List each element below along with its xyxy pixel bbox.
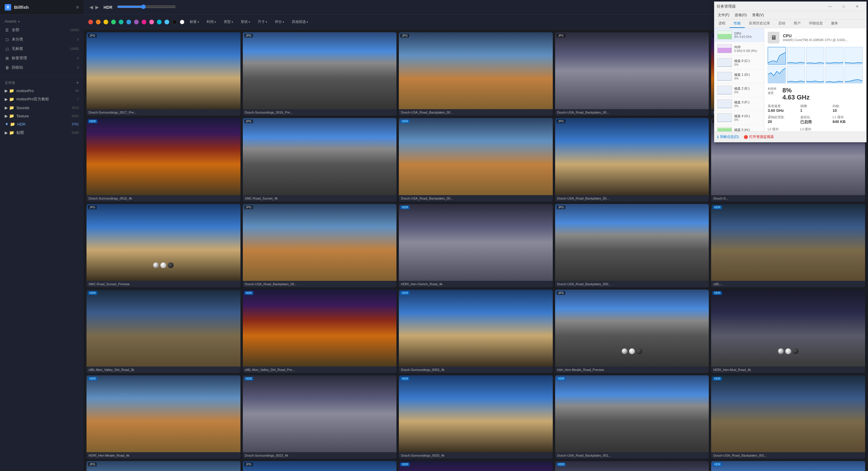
- grid-item[interactable]: HDRDosch-Surroundings_0016_4k: [87, 118, 241, 201]
- grid-item[interactable]: JPGDosch-USA_Road_Backplates_000...: [555, 204, 709, 287]
- grid-item[interactable]: JPGDosch-USA_Road_Backplates_00...: [399, 32, 553, 116]
- sidebar-item-all[interactable]: ☰ 全部 13455: [0, 25, 84, 35]
- sidebar-item-untagged[interactable]: ◻ 无标签 13455: [0, 44, 84, 53]
- color-filter-pink[interactable]: [142, 20, 146, 24]
- tm-titlebar: 任务管理器 — □ ✕: [714, 2, 866, 11]
- grid-item[interactable]: JPGDosch-USA_Road_Backplates_001...: [243, 461, 397, 471]
- color-filter-green[interactable]: [111, 20, 116, 24]
- tm-resource-disk1[interactable]: 磁盘 1 (D:) 0%: [714, 69, 764, 83]
- tm-menu-view[interactable]: 查看(V): [750, 12, 766, 19]
- cpu-charts-grid: [768, 47, 863, 83]
- sidebar-folder-motionpro-tutorial[interactable]: ▶ 📁 motionPro官方教程 7: [0, 95, 84, 104]
- grid-item[interactable]: JPGDosch-Surroundings_0017_Pre...: [87, 32, 241, 116]
- add-folder-button[interactable]: +: [76, 80, 79, 85]
- filter-rating-button[interactable]: 评分 ▾: [272, 18, 286, 26]
- grid-item[interactable]: HDRDosch-USA_Road_Backplates_00...: [399, 118, 553, 201]
- sidebar-item-trash[interactable]: 🗑 回收站 0: [0, 63, 84, 72]
- tm-tab-app-history[interactable]: 应用历史记录: [745, 19, 774, 28]
- filter-time-button[interactable]: 时间 ▾: [205, 18, 218, 26]
- filter-size-button[interactable]: 尺寸 ▾: [255, 18, 270, 26]
- virt-label: 虚拟化:: [800, 115, 831, 119]
- filter-other-button[interactable]: 其他筛选 ▾: [289, 18, 311, 26]
- tm-resource-disk3[interactable]: 磁盘 3 (F:) 0%: [714, 97, 764, 111]
- color-filter-white[interactable]: [180, 20, 184, 24]
- sidebar-folder-texture[interactable]: ▶ 📁 Texture 9181: [0, 112, 84, 120]
- grid-item[interactable]: JPGSMC-Road_Sunset_4k: [243, 118, 397, 201]
- minimize-button[interactable]: —: [824, 2, 837, 11]
- color-filter-red[interactable]: [88, 20, 93, 24]
- expand-icon: ▾: [18, 20, 20, 23]
- grid-item[interactable]: JPGDosch-USA_Road_Backplates_00...: [555, 32, 709, 116]
- forward-button[interactable]: ▶: [95, 4, 99, 10]
- usage-label: 利用率: [768, 87, 776, 91]
- grid-item[interactable]: HDRsIBL-Mon_Valley_Dirt_Road_Pre...: [243, 290, 397, 373]
- color-filter-black[interactable]: [172, 20, 177, 24]
- grid-item[interactable]: HDRDosch-USA_Road_Backplates_001...: [711, 375, 865, 459]
- grid-item[interactable]: JPGDosch-USA_Road_Backplates_00...: [243, 204, 397, 287]
- close-button[interactable]: ✕: [850, 2, 864, 11]
- grid-item[interactable]: JPGDosch-Surroundings_0016_Pre...: [243, 32, 397, 116]
- folder-label: Sounds: [17, 106, 69, 110]
- color-filter-purple[interactable]: [134, 20, 139, 24]
- grid-item[interactable]: JPGsIBL-Ridgecrest_Road_Preview: [87, 461, 241, 471]
- grid-item[interactable]: JPGDosch-USA_Road_Backplates_00...: [555, 118, 709, 201]
- tm-tab-services[interactable]: 服务: [827, 19, 842, 28]
- maximize-button[interactable]: □: [837, 2, 850, 11]
- tm-tab-users[interactable]: 用户: [789, 19, 805, 28]
- grid-item[interactable]: HDRHdri_Hen-Ostrich_Road_Preview: [399, 461, 553, 471]
- asserts-section-title[interactable]: Asserts ▾: [0, 18, 84, 25]
- open-resource-monitor-button[interactable]: 🔴 打开资源监视器: [744, 135, 774, 139]
- tm-resource-disk5[interactable]: 磁盘 5 (H:) 100%: [714, 125, 764, 131]
- grid-item[interactable]: HDRHDRI_Hen-Ostrich_Road_4k: [399, 204, 553, 287]
- color-filter-teal[interactable]: [119, 20, 123, 24]
- zoom-slider[interactable]: [117, 4, 176, 9]
- grid-item[interactable]: HDRHDRI_Hen-Cloudy_Cliffside_Roa...: [555, 461, 709, 471]
- svg-marker-0: [768, 53, 785, 64]
- filter-shape-button[interactable]: 形状 ▾: [239, 18, 252, 26]
- tm-tab-details[interactable]: 详细信息: [805, 19, 827, 28]
- grid-item[interactable]: HDRDosch-USA_Road_Backplates_000...: [711, 461, 865, 471]
- color-filter-lightpink[interactable]: [149, 20, 154, 24]
- tm-tabs: 进程 性能 应用历史记录 启动 用户 详细信息 服务: [714, 19, 866, 28]
- tm-menu-options[interactable]: 选项(O): [732, 12, 749, 19]
- color-filter-blue[interactable]: [126, 20, 131, 24]
- grid-item[interactable]: HDRHDRI_Hen-Mud_Road_4k: [711, 290, 865, 373]
- grid-item[interactable]: JPGHdri_Hen-Mealie_Road_Preview: [555, 290, 709, 373]
- tm-resource-disk0[interactable]: 磁盘 0 (C:) 0%: [714, 56, 764, 69]
- filter-tag-button[interactable]: 标签 ▾: [187, 18, 202, 26]
- color-filter-cyan[interactable]: [157, 20, 162, 24]
- grid-item[interactable]: HDRHDRI_Hen-Mealie_Road_4k: [87, 375, 241, 459]
- tm-tab-startup[interactable]: 启动: [774, 19, 789, 28]
- grid-item[interactable]: HDRsIBL-Mon_Valley_Dirt_Road_3k: [87, 290, 241, 373]
- sidebar-folder-motionpro[interactable]: ▶ 📁 motionPro 54: [0, 87, 84, 95]
- sidebar-item-unclassified[interactable]: ◻ 未分类 0: [0, 35, 84, 44]
- sidebar-folder-hdr[interactable]: ▼ 📁 HDR 3751: [0, 120, 84, 128]
- tm-tab-performance[interactable]: 性能: [730, 19, 745, 28]
- tm-resource-disk2[interactable]: 磁盘 2 (E:) 0%: [714, 83, 764, 97]
- back-button[interactable]: ◀: [89, 4, 93, 10]
- filter-type-button[interactable]: 类型 ▾: [221, 18, 236, 26]
- menu-icon[interactable]: ≡: [76, 5, 79, 10]
- color-filter-yellow[interactable]: [103, 20, 108, 24]
- color-filter-orange[interactable]: [96, 20, 101, 24]
- color-filter-lightblue[interactable]: [164, 20, 169, 24]
- tm-tab-processes[interactable]: 进程: [714, 19, 730, 28]
- grid-item[interactable]: HDRDosch-Surroundings_0020_4k: [399, 375, 553, 459]
- tm-resource-memory[interactable]: 内存 5.9/63.9 GB (9%): [714, 42, 764, 56]
- stat-sockets: 插槽: 1: [800, 104, 831, 113]
- tm-resource-cpu[interactable]: CPU 8% 4.63 GHz: [714, 28, 764, 42]
- summary-info-button[interactable]: ℹ 简略信息(D): [717, 135, 739, 139]
- grid-item[interactable]: HDRsIBL-...: [711, 204, 865, 287]
- sidebar-folder-maps[interactable]: ▶ 📁 贴图 5430: [0, 128, 84, 137]
- toolbar-title: HDR: [103, 5, 112, 10]
- grid-item[interactable]: HDRDosch-Surroundings_0003_4k: [399, 290, 553, 373]
- sidebar-folder-sounds[interactable]: ▶ 📁 Sounds 4213: [0, 104, 84, 112]
- tm-menu-file[interactable]: 文件(F): [715, 12, 732, 19]
- grid-item[interactable]: HDRDosch-Surroundings_0023_4k: [243, 375, 397, 459]
- folders-header: 文件夹 +: [0, 78, 84, 87]
- folders-label: 文件夹: [5, 80, 15, 85]
- sidebar-item-tag-mgmt[interactable]: ⊞ 标签管理 0: [0, 53, 84, 63]
- tm-resource-disk4[interactable]: 磁盘 4 (G:) 0%: [714, 111, 764, 125]
- grid-item[interactable]: HDRDosch-USA_Road_Backplates_001...: [555, 375, 709, 459]
- grid-item[interactable]: JPGSMC-Road_Sunset_Preview: [87, 204, 241, 287]
